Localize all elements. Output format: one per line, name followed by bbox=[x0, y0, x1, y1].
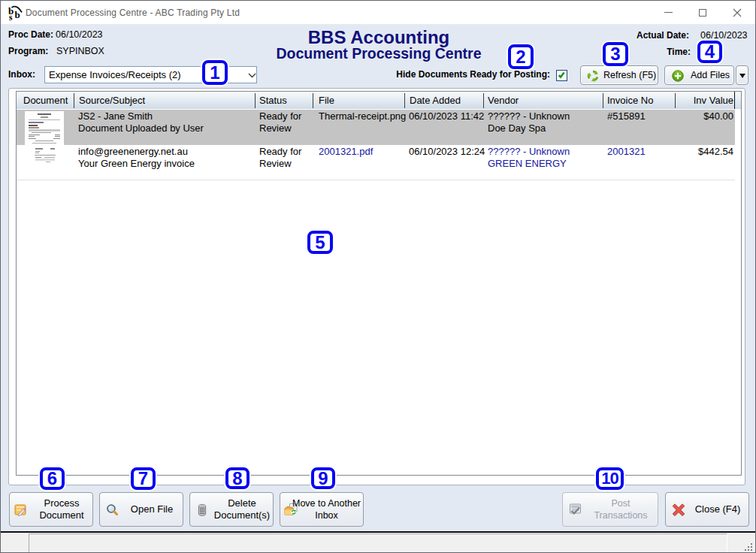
svg-text:b: b bbox=[15, 9, 20, 20]
svg-text:s: s bbox=[9, 13, 13, 22]
